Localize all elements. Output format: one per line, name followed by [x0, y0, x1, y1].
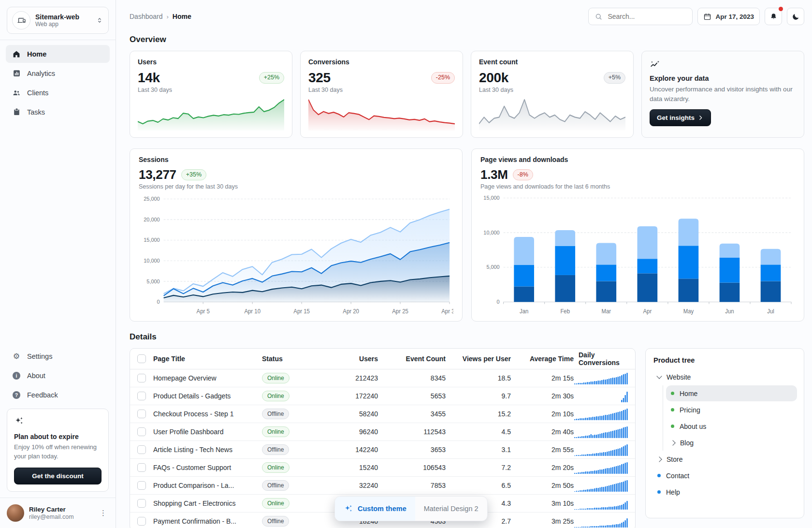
views-cell: 4.5 — [446, 428, 511, 436]
material-design-2-toggle[interactable]: Material Design 2 — [415, 497, 487, 521]
svg-text:Mar: Mar — [601, 308, 611, 314]
svg-text:Apr 5: Apr 5 — [197, 308, 210, 314]
status-badge: Offline — [262, 409, 289, 419]
stat-card-users: Users14k+25%Last 30 days — [130, 51, 292, 138]
sidebar-item-about[interactable]: iAbout — [6, 367, 110, 384]
page-views-chip: -8% — [513, 169, 533, 180]
row-checkbox[interactable] — [137, 517, 146, 526]
events-cell: 3653 — [378, 446, 446, 454]
stat-title: Users — [138, 58, 284, 66]
tree-item-store[interactable]: Store — [652, 451, 797, 467]
avg-cell: 2m 55s — [511, 446, 574, 454]
row-checkbox[interactable] — [137, 410, 146, 418]
avg-cell: 2m 40s — [511, 428, 574, 436]
overview-cards: Users14k+25%Last 30 daysConversions325-2… — [130, 51, 804, 138]
daily-conversions-sparkbar — [574, 408, 635, 420]
bell-icon — [769, 13, 778, 21]
select-all-checkbox[interactable] — [137, 354, 146, 363]
topbar: Dashboard › Home Apr 17, 2023 — [130, 7, 804, 26]
breadcrumb-home: Home — [173, 13, 191, 20]
custom-theme-label: Custom theme — [358, 505, 406, 513]
analytics-icon — [12, 69, 21, 77]
users-cell: 32240 — [320, 482, 378, 489]
tree-item-about-us[interactable]: About us — [666, 418, 797, 434]
row-checkbox[interactable] — [137, 445, 146, 454]
get-insights-button[interactable]: Get insights — [650, 109, 711, 126]
overview-heading: Overview — [130, 35, 804, 44]
get-discount-button[interactable]: Get the discount — [14, 468, 102, 484]
page-title-cell: Article Listing - Tech News — [153, 446, 262, 454]
tree-item-website[interactable]: Website — [652, 369, 797, 385]
tree-item-pricing[interactable]: Pricing — [666, 402, 797, 418]
notifications-button[interactable] — [765, 8, 782, 25]
tree-item-label: Home — [680, 390, 697, 397]
sidebar-item-label: Clients — [27, 89, 48, 97]
dark-mode-toggle[interactable] — [787, 8, 804, 25]
page-title-cell: User Profile Dashboard — [153, 428, 262, 436]
sidebar-item-home[interactable]: Home — [6, 45, 110, 63]
tree-item-contact[interactable]: Contact — [652, 468, 797, 484]
status-cell: Offline — [262, 444, 320, 455]
events-cell: 3455 — [378, 410, 446, 418]
avatar — [7, 504, 24, 522]
row-checkbox[interactable] — [137, 463, 146, 472]
sidebar-item-label: Analytics — [27, 70, 55, 77]
sidebar-item-settings[interactable]: ⚙Settings — [6, 347, 110, 365]
date-picker-button[interactable]: Apr 17, 2023 — [697, 8, 760, 25]
daily-conversions-sparkbar — [574, 372, 635, 384]
table-row: Article Listing - Tech NewsOffline142240… — [130, 441, 635, 459]
tree-item-blog[interactable]: Blog — [666, 435, 797, 451]
tree-item-help[interactable]: Help — [652, 484, 797, 500]
search-box — [588, 8, 693, 25]
help-icon: ? — [12, 391, 21, 399]
status-cell: Online — [262, 426, 320, 437]
column-header-average-time: Average Time — [511, 355, 574, 363]
views-cell: 15.2 — [446, 410, 511, 418]
row-checkbox[interactable] — [137, 427, 146, 436]
breadcrumb-dashboard[interactable]: Dashboard — [130, 13, 163, 20]
tree-item-label: Pricing — [680, 406, 700, 414]
tree-item-label: Store — [667, 455, 682, 463]
svg-text:20,000: 20,000 — [144, 217, 160, 222]
page-views-value: 1.3M — [480, 167, 508, 182]
svg-text:Jun: Jun — [725, 308, 734, 314]
svg-text:Apr 15: Apr 15 — [293, 308, 310, 314]
page-views-title: Page views and downloads — [480, 156, 795, 163]
page-title-cell: FAQs - Customer Support — [153, 464, 262, 471]
custom-theme-toggle[interactable]: Custom theme — [335, 497, 415, 521]
user-menu-kebab-icon[interactable]: ⋮ — [98, 507, 109, 519]
users-cell: 172240 — [320, 392, 378, 400]
avg-cell: 2m 20s — [511, 464, 574, 471]
page-views-card: Page views and downloads 1.3M -8% Page v… — [471, 148, 804, 322]
sidebar-item-label: Settings — [27, 352, 52, 360]
status-badge: Online — [262, 462, 290, 473]
status-badge: Online — [262, 498, 290, 509]
svg-text:Apr 10: Apr 10 — [244, 308, 261, 314]
daily-conversions-sparkbar — [574, 515, 635, 528]
product-tree-card: Product tree WebsiteHomePricingAbout usB… — [645, 348, 804, 518]
plan-body: Enjoy 10% off when renewing your plan to… — [14, 443, 102, 461]
sidebar-item-feedback[interactable]: ?Feedback — [6, 386, 110, 404]
row-checkbox[interactable] — [137, 499, 146, 508]
theme-switcher: Custom theme Material Design 2 — [334, 496, 488, 521]
sidebar-item-analytics[interactable]: Analytics — [6, 64, 110, 82]
row-checkbox[interactable] — [137, 374, 146, 382]
topbar-actions: Apr 17, 2023 — [588, 8, 804, 25]
avg-cell: 3m 10s — [511, 499, 574, 507]
status-cell: Online — [262, 462, 320, 473]
row-checkbox[interactable] — [137, 481, 146, 490]
sidebar-item-clients[interactable]: Clients — [6, 84, 110, 102]
dashboard-page: Sitemark-web Web app HomeAnalyticsClient… — [0, 0, 812, 528]
page-title-cell: Homepage Overview — [153, 374, 262, 382]
row-checkbox[interactable] — [137, 392, 146, 400]
workspace-selector[interactable]: Sitemark-web Web app — [7, 7, 109, 34]
row-checkbox-cell — [130, 463, 153, 472]
tree-item-label: Help — [666, 488, 680, 496]
sidebar-item-label: About — [27, 372, 45, 380]
page-title-cell: Product Comparison - La... — [153, 482, 262, 489]
tree-item-home[interactable]: Home — [666, 385, 797, 401]
sessions-caption: Sessions per day for the last 30 days — [139, 183, 453, 190]
sidebar-item-tasks[interactable]: Tasks — [6, 103, 110, 121]
tree-item-label: About us — [680, 423, 706, 430]
search-input[interactable] — [607, 12, 686, 21]
